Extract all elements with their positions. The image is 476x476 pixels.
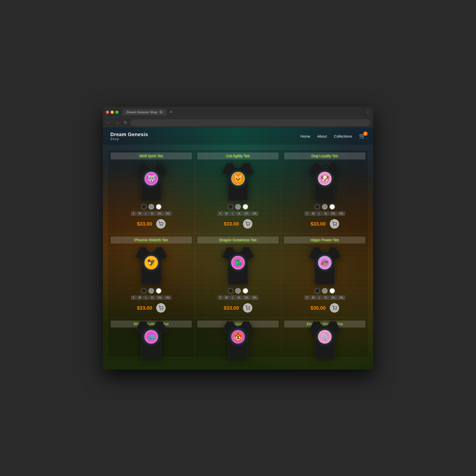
cart-button[interactable]: 🛒 2 bbox=[359, 133, 366, 139]
size-btn-s[interactable]: S bbox=[304, 296, 310, 300]
add-to-cart-button[interactable] bbox=[156, 219, 166, 229]
svg-point-6 bbox=[160, 310, 160, 310]
size-btn-2xl[interactable]: 2XL bbox=[156, 211, 164, 216]
size-btn-m[interactable]: M bbox=[311, 211, 316, 216]
size-btn-3xl[interactable]: 3XL bbox=[164, 296, 172, 300]
nav-about[interactable]: About bbox=[317, 134, 327, 138]
size-btn-2xl[interactable]: 2XL bbox=[243, 211, 250, 216]
size-btn-xl[interactable]: XL bbox=[323, 296, 329, 300]
size-btn-l[interactable]: L bbox=[317, 296, 322, 300]
size-btn-m[interactable]: M bbox=[137, 211, 143, 216]
color-swatch-gray[interactable] bbox=[235, 288, 241, 294]
size-btn-2xl[interactable]: 2XL bbox=[243, 296, 250, 300]
size-btn-2xl[interactable]: 2XL bbox=[330, 211, 337, 216]
size-btn-s[interactable]: S bbox=[304, 211, 310, 216]
product-price: $33.00 bbox=[310, 221, 326, 227]
navbar: Dream Genesis Shop Home About Collection… bbox=[103, 127, 373, 145]
size-btn-m[interactable]: M bbox=[224, 211, 229, 216]
color-swatch-gray[interactable] bbox=[149, 288, 154, 294]
color-swatch-dark[interactable] bbox=[315, 288, 320, 294]
color-swatch-white[interactable] bbox=[329, 204, 335, 209]
size-btn-m[interactable]: M bbox=[311, 296, 316, 300]
size-btn-2xl[interactable]: 2XL bbox=[330, 296, 337, 300]
price-row: $33.00 bbox=[284, 219, 365, 229]
size-btn-s[interactable]: S bbox=[218, 211, 223, 216]
color-swatch-gray[interactable] bbox=[322, 288, 327, 294]
product-card-phoenix: Phoenix Rebirth Tee 🦅SMLXL2XL3XL$33.00 bbox=[108, 234, 195, 318]
tshirt-image: 🐶 bbox=[309, 163, 341, 200]
shop-content[interactable]: Wolf Spirit Tee 🐺SMLXL2XL3XL$33.00Cat Ag… bbox=[103, 145, 373, 369]
size-btn-3xl[interactable]: 3XL bbox=[164, 211, 172, 216]
brand: Dream Genesis Shop bbox=[110, 132, 148, 141]
size-btn-3xl[interactable]: 3XL bbox=[251, 211, 259, 216]
add-to-cart-button[interactable] bbox=[243, 219, 252, 229]
add-to-cart-button[interactable] bbox=[330, 303, 339, 313]
add-to-cart-button[interactable] bbox=[156, 303, 166, 313]
address-input[interactable] bbox=[130, 119, 370, 126]
minimize-button[interactable] bbox=[111, 111, 114, 114]
size-btn-s[interactable]: S bbox=[131, 211, 136, 216]
color-swatch-dark[interactable] bbox=[141, 204, 147, 209]
svg-point-0 bbox=[160, 226, 160, 226]
tshirt-container: 🐉 bbox=[221, 246, 255, 286]
product-card-cat: Cat Agility Tee 🐱SMLXL2XL3XL$33.00 bbox=[195, 150, 281, 234]
browser-tab[interactable]: Dream Genesis Shop × bbox=[122, 109, 167, 116]
size-btn-s[interactable]: S bbox=[218, 296, 223, 300]
maximize-button[interactable] bbox=[115, 111, 119, 114]
size-btn-3xl[interactable]: 3XL bbox=[338, 296, 345, 300]
size-btn-xl[interactable]: XL bbox=[236, 211, 242, 216]
color-swatch-gray[interactable] bbox=[235, 204, 241, 209]
size-btn-xl[interactable]: XL bbox=[236, 296, 242, 300]
size-btn-l[interactable]: L bbox=[317, 211, 322, 216]
tab-close-button[interactable]: × bbox=[159, 110, 163, 114]
color-swatch-dark[interactable] bbox=[315, 204, 320, 209]
size-btn-l[interactable]: L bbox=[230, 211, 236, 216]
add-to-cart-button[interactable] bbox=[243, 303, 252, 313]
color-swatch-white[interactable] bbox=[156, 204, 161, 209]
size-btn-2xl[interactable]: 2XL bbox=[156, 296, 164, 300]
tshirt-container: 🦅 bbox=[134, 246, 169, 286]
brand-name: Dream Genesis bbox=[110, 132, 148, 137]
color-swatch-dark[interactable] bbox=[228, 204, 233, 209]
nav-collections[interactable]: Collections bbox=[334, 134, 352, 138]
color-swatch-dark[interactable] bbox=[228, 288, 233, 294]
product-grid: Wolf Spirit Tee 🐺SMLXL2XL3XL$33.00Cat Ag… bbox=[108, 150, 368, 357]
size-options: SMLXL2XL3XL bbox=[304, 296, 345, 300]
color-swatch-dark[interactable] bbox=[141, 288, 147, 294]
reload-button[interactable]: ↻ bbox=[123, 119, 128, 126]
color-swatch-white[interactable] bbox=[243, 288, 248, 294]
tshirt-image: 🐉 bbox=[222, 247, 254, 284]
color-swatch-white[interactable] bbox=[243, 204, 248, 209]
size-btn-l[interactable]: L bbox=[143, 296, 149, 300]
size-btn-3xl[interactable]: 3XL bbox=[251, 296, 259, 300]
size-options: SMLXL2XL3XL bbox=[131, 211, 172, 216]
forward-button[interactable]: → bbox=[114, 119, 120, 126]
size-options: SMLXL2XL3XL bbox=[304, 211, 345, 216]
color-swatches bbox=[228, 288, 248, 294]
back-button[interactable]: ← bbox=[106, 119, 112, 126]
new-tab-button[interactable]: + bbox=[170, 110, 172, 115]
size-btn-xl[interactable]: XL bbox=[149, 296, 155, 300]
add-to-cart-button[interactable] bbox=[330, 219, 339, 229]
browser-menu-button[interactable]: ⋮ bbox=[366, 109, 370, 115]
size-btn-xl[interactable]: XL bbox=[323, 211, 329, 216]
svg-point-7 bbox=[162, 310, 163, 310]
close-button[interactable] bbox=[106, 111, 109, 114]
size-btn-l[interactable]: L bbox=[230, 296, 236, 300]
size-btn-m[interactable]: M bbox=[224, 296, 229, 300]
product-card-dragon: Dragon Greatness Tee 🐉SMLXL2XL3XL$33.00 bbox=[195, 234, 281, 318]
size-btn-m[interactable]: M bbox=[137, 296, 143, 300]
color-swatch-gray[interactable] bbox=[322, 204, 327, 209]
tshirt-design: 🐯 bbox=[231, 330, 245, 344]
size-btn-xl[interactable]: XL bbox=[149, 211, 155, 216]
brand-subtitle: Shop bbox=[110, 137, 148, 141]
size-btn-s[interactable]: S bbox=[131, 296, 136, 300]
tshirt-container: 🐶 bbox=[307, 162, 342, 202]
color-swatch-white[interactable] bbox=[156, 288, 161, 294]
size-btn-l[interactable]: L bbox=[143, 211, 149, 216]
color-swatch-white[interactable] bbox=[329, 288, 335, 294]
color-swatch-gray[interactable] bbox=[149, 204, 154, 209]
nav-home[interactable]: Home bbox=[300, 134, 310, 138]
size-options: SMLXL2XL3XL bbox=[131, 296, 172, 300]
size-btn-3xl[interactable]: 3XL bbox=[338, 211, 345, 216]
